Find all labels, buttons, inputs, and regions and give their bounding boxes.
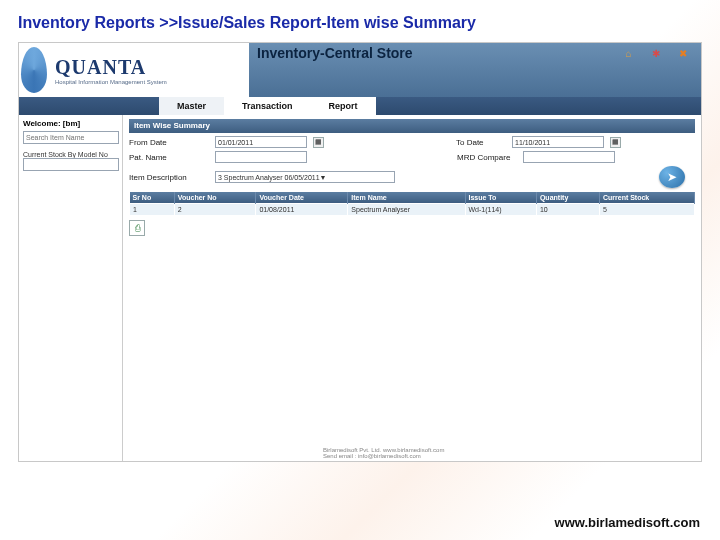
application-window: QUANTA Hospital Information Management S… — [18, 42, 702, 462]
menu-transaction[interactable]: Transaction — [224, 97, 311, 115]
home-icon[interactable]: ⌂ — [622, 47, 635, 60]
table-row[interactable]: 1 2 01/08/2011 Spectrum Analyser Wd-1(11… — [130, 204, 695, 216]
cell-current-stock: 5 — [599, 204, 694, 216]
menu-master[interactable]: Master — [159, 97, 224, 115]
table-header-row: Sr No Voucher No Voucher Date Item Name … — [130, 192, 695, 204]
from-date-input[interactable] — [215, 136, 307, 148]
app-title: Inventory-Central Store — [257, 45, 413, 61]
logo-swirl-icon — [19, 43, 49, 97]
calendar-icon[interactable]: ▦ — [610, 137, 621, 148]
patient-name-label: Pat. Name — [129, 153, 209, 162]
mr-compare-input[interactable] — [523, 151, 615, 163]
th-srno: Sr No — [130, 192, 175, 204]
th-item-name: Item Name — [348, 192, 465, 204]
footer-line2: Send email : info@birlamedisoft.com — [323, 453, 444, 459]
left-sidebar: Welcome: [bm] Current Stock By Model No — [19, 115, 123, 461]
cell-voucher-no: 2 — [174, 204, 256, 216]
patient-name-input[interactable] — [215, 151, 307, 163]
th-issue-to: Issue To — [465, 192, 536, 204]
footer-company-info: Birlamedisoft Pvt. Ltd. www.birlamedisof… — [323, 447, 444, 459]
th-voucher-date: Voucher Date — [256, 192, 348, 204]
app-header: QUANTA Hospital Information Management S… — [19, 43, 701, 97]
cell-voucher-date: 01/08/2011 — [256, 204, 348, 216]
slide-title: Inventory Reports >>Issue/Sales Report-I… — [18, 14, 476, 31]
item-desc-label: Item Description — [129, 173, 209, 182]
modelno-input[interactable] — [23, 158, 119, 171]
search-go-button[interactable]: ➤ — [659, 166, 685, 188]
mr-compare-label: MRD Compare — [457, 153, 517, 162]
export-excel-icon[interactable]: ⎙ — [129, 220, 145, 236]
to-date-input[interactable] — [512, 136, 604, 148]
cell-srno: 1 — [130, 204, 175, 216]
search-item-input[interactable] — [23, 131, 119, 144]
panel-title: Item Wise Summary — [129, 119, 695, 133]
to-date-label: To Date — [456, 138, 506, 147]
main-content: Item Wise Summary From Date ▦ To Date ▦ … — [123, 115, 701, 461]
logo-tagline: Hospital Information Management System — [55, 79, 167, 85]
menu-bar: Master Transaction Report — [19, 97, 701, 115]
th-quantity: Quantity — [536, 192, 599, 204]
cell-item-name: Spectrum Analyser — [348, 204, 465, 216]
logo-brand: QUANTA — [55, 56, 167, 79]
close-icon[interactable]: ✖ — [676, 47, 689, 60]
help-icon[interactable]: ✱ — [649, 47, 662, 60]
welcome-label: Welcome: [bm] — [23, 119, 118, 128]
cell-issue-to: Wd-1(114) — [465, 204, 536, 216]
results-table: Sr No Voucher No Voucher Date Item Name … — [129, 192, 695, 216]
current-stock-label: Current Stock By Model No — [23, 151, 118, 158]
logo: QUANTA Hospital Information Management S… — [19, 43, 249, 97]
menu-report[interactable]: Report — [311, 97, 376, 115]
cell-quantity: 10 — [536, 204, 599, 216]
slide-footer-url: www.birlamedisoft.com — [555, 515, 700, 530]
calendar-icon[interactable]: ▦ — [313, 137, 324, 148]
th-current-stock: Current Stock — [599, 192, 694, 204]
item-desc-select[interactable]: 3 Spectrum Analyser 06/05/2011▼ — [215, 171, 395, 183]
from-date-label: From Date — [129, 138, 209, 147]
th-voucher-no: Voucher No — [174, 192, 256, 204]
